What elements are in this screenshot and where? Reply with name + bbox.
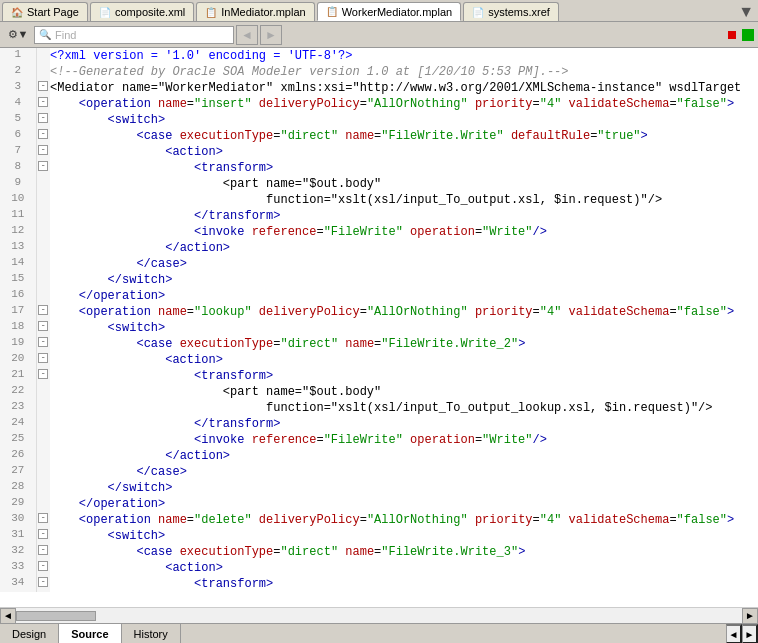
- tab-start-page[interactable]: 🏠 Start Page: [2, 2, 88, 21]
- fold-control: [36, 208, 50, 224]
- table-row: 19- <case executionType="direct" name="F…: [0, 336, 758, 352]
- code-line: <action>: [50, 144, 758, 160]
- tab-workermediator[interactable]: 📋 WorkerMediator.mplan: [317, 2, 461, 21]
- line-number: 23: [0, 400, 36, 416]
- table-row: 13 </action>: [0, 240, 758, 256]
- bottom-tab-history[interactable]: History: [122, 624, 181, 643]
- code-line: <transform>: [50, 368, 758, 384]
- systems-icon: 📄: [472, 7, 484, 18]
- line-number: 32: [0, 544, 36, 560]
- fold-control: [36, 48, 50, 64]
- fold-control[interactable]: -: [36, 368, 50, 384]
- table-row: 4- <operation name="insert" deliveryPoli…: [0, 96, 758, 112]
- toolbar-dropdown-button[interactable]: ⚙▼: [4, 25, 32, 45]
- line-number: 27: [0, 464, 36, 480]
- code-line: <operation name="lookup" deliveryPolicy=…: [50, 304, 758, 320]
- back-button[interactable]: ◄: [236, 25, 258, 45]
- fold-control[interactable]: -: [36, 352, 50, 368]
- line-number: 9: [0, 176, 36, 192]
- line-number: 31: [0, 528, 36, 544]
- tab-composite[interactable]: 📄 composite.xml: [90, 2, 194, 21]
- fold-control[interactable]: -: [36, 304, 50, 320]
- table-row: 34- <transform>: [0, 576, 758, 592]
- h-scroll-track[interactable]: [16, 611, 742, 621]
- line-number: 34: [0, 576, 36, 592]
- fold-control[interactable]: -: [36, 112, 50, 128]
- composite-icon: 📄: [99, 7, 111, 18]
- status-green-indicator: [742, 29, 754, 41]
- fold-control[interactable]: -: [36, 528, 50, 544]
- line-number: 1: [0, 48, 36, 64]
- line-number: 33: [0, 560, 36, 576]
- status-red-indicator: [728, 31, 736, 39]
- h-scroll-thumb[interactable]: [16, 611, 96, 621]
- fold-control: [36, 448, 50, 464]
- bottom-tab-source[interactable]: Source: [59, 624, 121, 643]
- line-number: 19: [0, 336, 36, 352]
- fold-control[interactable]: -: [36, 128, 50, 144]
- table-row: 27 </case>: [0, 464, 758, 480]
- find-field[interactable]: 🔍 Find: [34, 26, 234, 44]
- table-row: 17- <operation name="lookup" deliveryPol…: [0, 304, 758, 320]
- h-scroll-right[interactable]: ►: [742, 608, 758, 624]
- code-line: <invoke reference="FileWrite" operation=…: [50, 224, 758, 240]
- table-row: 9 <part name="$out.body": [0, 176, 758, 192]
- code-line: <?xml version = '1.0' encoding = 'UTF-8'…: [50, 48, 758, 64]
- code-table: 1<?xml version = '1.0' encoding = 'UTF-8…: [0, 48, 758, 592]
- fold-control[interactable]: -: [36, 144, 50, 160]
- table-row: 21- <transform>: [0, 368, 758, 384]
- table-row: 26 </action>: [0, 448, 758, 464]
- bottom-tab-design[interactable]: Design: [0, 624, 59, 643]
- fold-control[interactable]: -: [36, 336, 50, 352]
- line-number: 28: [0, 480, 36, 496]
- code-line: <part name="$out.body": [50, 384, 758, 400]
- table-row: 24 </transform>: [0, 416, 758, 432]
- code-line: <!--Generated by Oracle SOA Modeler vers…: [50, 64, 758, 80]
- line-number: 10: [0, 192, 36, 208]
- fold-control[interactable]: -: [36, 576, 50, 592]
- line-number: 13: [0, 240, 36, 256]
- fold-control[interactable]: -: [36, 160, 50, 176]
- table-row: 12 <invoke reference="FileWrite" operati…: [0, 224, 758, 240]
- bottom-scroll-right[interactable]: ►: [742, 624, 758, 643]
- line-number: 6: [0, 128, 36, 144]
- table-row: 3-<Mediator name="WorkerMediator" xmlns:…: [0, 80, 758, 96]
- table-row: 31- <switch>: [0, 528, 758, 544]
- fold-control: [36, 192, 50, 208]
- h-scroll-left[interactable]: ◄: [0, 608, 16, 624]
- table-row: 25 <invoke reference="FileWrite" operati…: [0, 432, 758, 448]
- table-row: 32- <case executionType="direct" name="F…: [0, 544, 758, 560]
- inmediator-icon: 📋: [205, 7, 217, 18]
- tab-overflow-button[interactable]: ▼: [734, 2, 758, 21]
- code-line: <switch>: [50, 528, 758, 544]
- code-line: <invoke reference="FileWrite" operation=…: [50, 432, 758, 448]
- horizontal-scrollbar[interactable]: ◄ ►: [0, 607, 758, 623]
- code-line: <transform>: [50, 576, 758, 592]
- line-number: 21: [0, 368, 36, 384]
- table-row: 11 </transform>: [0, 208, 758, 224]
- tab-inmediator[interactable]: 📋 InMediator.mplan: [196, 2, 314, 21]
- bottom-scroll-left[interactable]: ◄: [726, 624, 742, 643]
- line-number: 3: [0, 80, 36, 96]
- fold-control[interactable]: -: [36, 544, 50, 560]
- table-row: 6- <case executionType="direct" name="Fi…: [0, 128, 758, 144]
- table-row: 5- <switch>: [0, 112, 758, 128]
- code-line: <switch>: [50, 112, 758, 128]
- table-row: 14 </case>: [0, 256, 758, 272]
- tab-systems[interactable]: 📄 systems.xref: [463, 2, 559, 21]
- fold-control[interactable]: -: [36, 320, 50, 336]
- fold-control[interactable]: -: [36, 512, 50, 528]
- code-scroll-area[interactable]: 1<?xml version = '1.0' encoding = 'UTF-8…: [0, 48, 758, 607]
- table-row: 1<?xml version = '1.0' encoding = 'UTF-8…: [0, 48, 758, 64]
- fold-control: [36, 272, 50, 288]
- table-row: 29 </operation>: [0, 496, 758, 512]
- fold-control[interactable]: -: [36, 560, 50, 576]
- fold-control[interactable]: -: [36, 96, 50, 112]
- line-number: 7: [0, 144, 36, 160]
- line-number: 30: [0, 512, 36, 528]
- forward-button[interactable]: ►: [260, 25, 282, 45]
- fold-control: [36, 432, 50, 448]
- fold-control[interactable]: -: [36, 80, 50, 96]
- line-number: 24: [0, 416, 36, 432]
- code-line: function="xslt(xsl/input_To_output_looku…: [50, 400, 758, 416]
